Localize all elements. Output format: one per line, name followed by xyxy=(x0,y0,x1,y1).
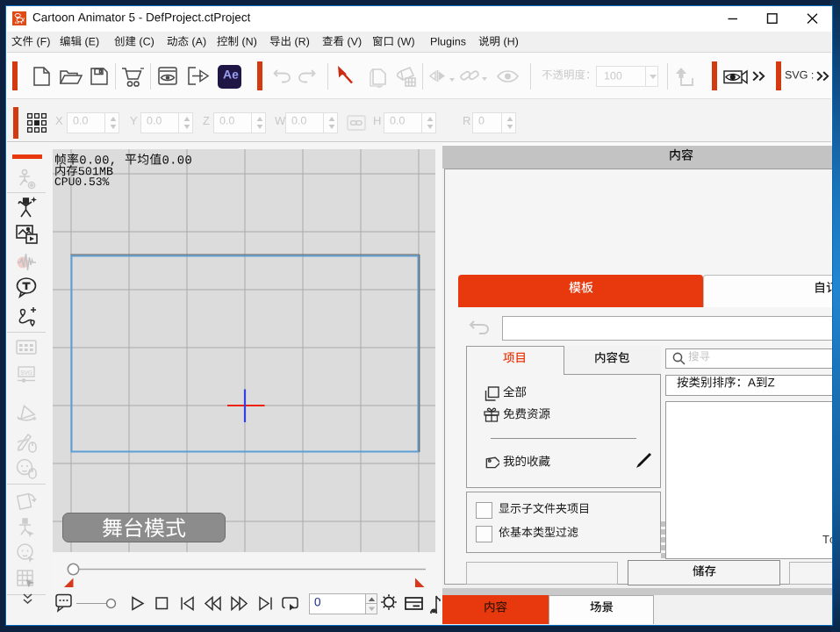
svg-text:SVG: SVG xyxy=(20,370,32,376)
